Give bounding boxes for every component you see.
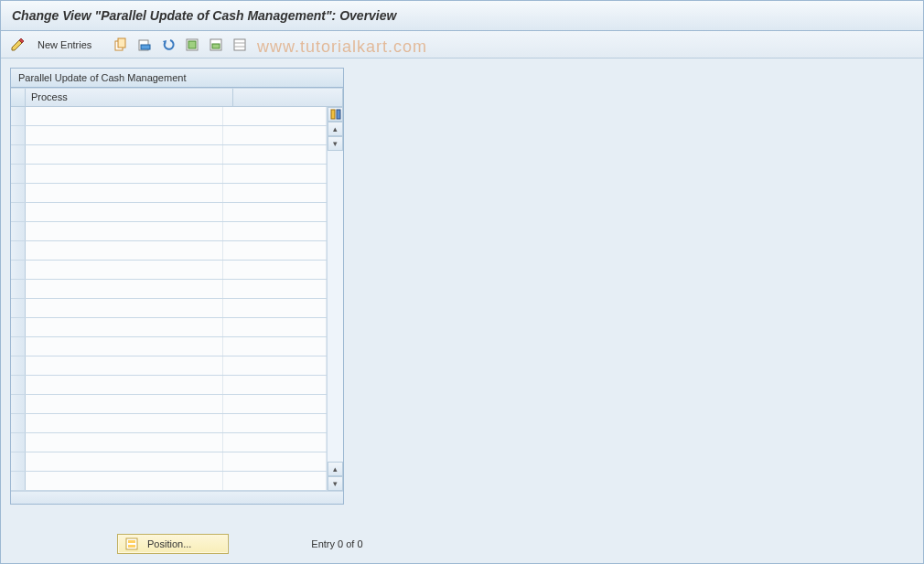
svg-rect-8 (234, 39, 245, 50)
row-selector[interactable] (11, 414, 26, 432)
deselect-all-icon[interactable] (231, 36, 249, 54)
row-selector[interactable] (11, 318, 26, 336)
blank-cell (223, 433, 327, 452)
row-selector[interactable] (11, 452, 26, 471)
select-block-icon[interactable] (207, 36, 225, 54)
row-selector[interactable] (11, 472, 26, 490)
footer: Position... Entry 0 of 0 (1, 534, 923, 554)
svg-rect-3 (141, 45, 150, 49)
process-cell[interactable] (26, 395, 223, 413)
process-cell[interactable] (26, 318, 223, 336)
table-row (11, 472, 327, 491)
process-cell[interactable] (26, 261, 223, 279)
row-selector[interactable] (11, 280, 26, 298)
position-icon (125, 537, 138, 550)
table-row (11, 222, 327, 241)
table-row (11, 145, 327, 165)
row-selector[interactable] (11, 356, 26, 375)
row-selector[interactable] (11, 241, 26, 260)
table-row (11, 299, 327, 318)
scroll-track[interactable] (328, 151, 343, 462)
row-selector[interactable] (11, 433, 26, 452)
process-cell[interactable] (26, 452, 223, 471)
blank-cell (223, 126, 327, 144)
scroll-up-icon[interactable]: ▾ (328, 136, 343, 151)
vertical-scrollbar[interactable]: ▴ ▾ ▴ ▾ (327, 107, 343, 491)
table-row (11, 203, 327, 222)
table-row (11, 452, 327, 472)
scroll-down-bottom-icon[interactable]: ▾ (328, 476, 343, 491)
process-cell[interactable] (26, 280, 223, 298)
blank-cell (223, 280, 327, 298)
config-columns-icon[interactable] (328, 107, 343, 122)
row-selector[interactable] (11, 299, 26, 317)
process-cell[interactable] (26, 241, 223, 260)
table-row (11, 356, 327, 376)
row-selector[interactable] (11, 184, 26, 202)
process-cell[interactable] (26, 184, 223, 202)
blank-cell (223, 414, 327, 432)
delete-icon[interactable] (135, 36, 154, 54)
row-selector[interactable] (11, 395, 26, 413)
row-selector-header[interactable] (11, 89, 26, 106)
process-cell[interactable] (26, 414, 223, 432)
row-selector[interactable] (11, 165, 26, 183)
row-selector[interactable] (11, 126, 26, 144)
select-all-icon[interactable] (183, 36, 201, 54)
process-cell[interactable] (26, 165, 223, 183)
table-row (11, 126, 327, 145)
process-cell[interactable] (26, 145, 223, 164)
process-cell[interactable] (26, 203, 223, 221)
svg-rect-13 (126, 538, 137, 549)
blank-cell (223, 145, 327, 164)
table-row (11, 107, 327, 126)
blank-cell (223, 203, 327, 221)
panel-title: Parallel Update of Cash Management (11, 69, 343, 88)
blank-cell (223, 337, 327, 356)
blank-cell (223, 261, 327, 279)
position-label: Position... (147, 538, 191, 549)
svg-rect-7 (212, 44, 220, 48)
blank-cell (223, 318, 327, 336)
svg-rect-15 (128, 545, 135, 548)
toolbar: New Entries (1, 31, 923, 59)
process-cell[interactable] (26, 107, 223, 125)
column-process-header[interactable]: Process (26, 89, 233, 106)
undo-icon[interactable] (159, 36, 177, 54)
process-cell[interactable] (26, 299, 223, 317)
pencil-icon[interactable] (8, 36, 27, 54)
process-cell[interactable] (26, 356, 223, 375)
row-selector[interactable] (11, 261, 26, 279)
process-cell[interactable] (26, 472, 223, 490)
process-cell[interactable] (26, 433, 223, 452)
row-selector[interactable] (11, 203, 26, 221)
scroll-up-top-icon[interactable]: ▴ (328, 122, 343, 136)
row-selector[interactable] (11, 107, 26, 125)
process-cell[interactable] (26, 222, 223, 240)
process-cell[interactable] (26, 337, 223, 356)
blank-cell (223, 376, 327, 394)
table-row (11, 165, 327, 184)
table-row (11, 318, 327, 337)
blank-cell (223, 356, 327, 375)
copy-icon[interactable] (112, 36, 130, 54)
blank-cell (223, 472, 327, 490)
blank-cell (223, 395, 327, 413)
row-selector[interactable] (11, 337, 26, 356)
svg-rect-12 (337, 110, 340, 119)
new-entries-button[interactable]: New Entries (32, 37, 97, 52)
table-row (11, 414, 327, 433)
horizontal-scrollbar[interactable] (11, 491, 343, 504)
row-selector[interactable] (11, 145, 26, 164)
row-selector[interactable] (11, 376, 26, 394)
row-selector[interactable] (11, 222, 26, 240)
svg-rect-11 (331, 110, 335, 119)
position-button[interactable]: Position... (117, 534, 229, 554)
process-cell[interactable] (26, 126, 223, 144)
table-row (11, 376, 327, 395)
scroll-down-icon[interactable]: ▴ (328, 462, 343, 476)
process-cell[interactable] (26, 376, 223, 394)
new-entries-label: New Entries (38, 39, 91, 50)
blank-cell (223, 107, 327, 125)
svg-rect-1 (118, 38, 125, 48)
